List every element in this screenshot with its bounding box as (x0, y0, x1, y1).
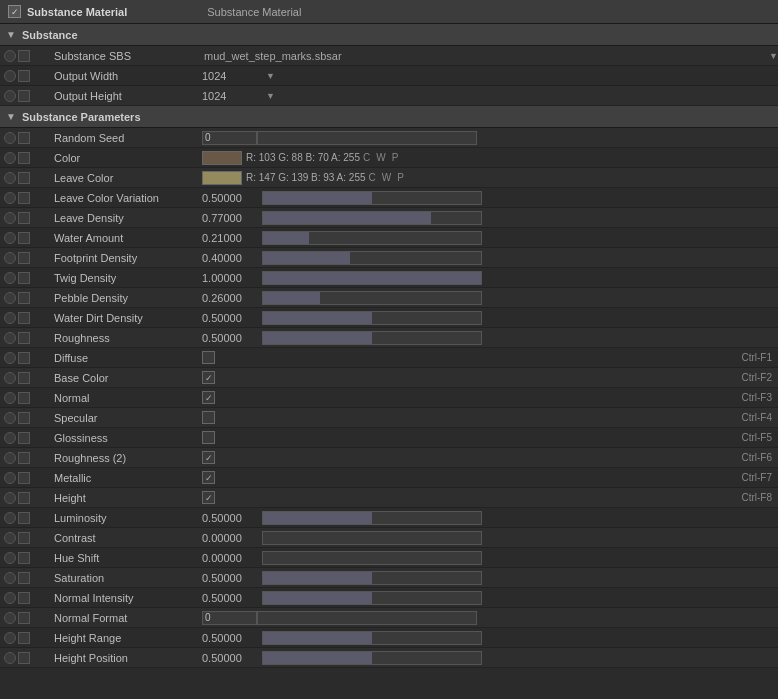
prop-value-output-width: 1024 ▼ (202, 70, 778, 82)
glossiness-checkbox[interactable] (202, 431, 215, 444)
td-slider[interactable] (262, 271, 482, 285)
sbs-value: mud_wet_step_marks.sbsar (202, 50, 765, 62)
output-width-dropdown-icon[interactable]: ▼ (266, 71, 275, 81)
color-c-button[interactable]: C (363, 152, 370, 163)
icon-circle-hs (4, 552, 16, 564)
random-seed-slider[interactable] (257, 131, 477, 145)
luminosity-slider[interactable] (262, 511, 482, 525)
wdd-slider[interactable] (262, 311, 482, 325)
roughness-slider[interactable] (262, 331, 482, 345)
pd-slider[interactable] (262, 291, 482, 305)
leave-color-swatch[interactable] (202, 171, 242, 185)
prop-row-color: Color R: 103 G: 88 B: 70 A: 255 C W P (0, 148, 778, 168)
metallic-checkbox[interactable] (202, 471, 215, 484)
normal-intensity-slider[interactable] (262, 591, 482, 605)
prop-name-roughness2: Roughness (2) (52, 452, 202, 464)
prop-name-color: Color (52, 152, 202, 164)
prop-name-hue-shift: Hue Shift (52, 552, 202, 564)
hue-shift-slider[interactable] (262, 551, 482, 565)
normal-format-slider[interactable] (257, 611, 477, 625)
prop-icons-luminosity (4, 512, 52, 524)
leave-color-w-button[interactable]: W (382, 172, 391, 183)
substance-params-section-header[interactable]: ▼ Substance Parameters (0, 106, 778, 128)
prop-value-luminosity: 0.50000 (202, 511, 778, 525)
prop-name-height-position: Height Position (52, 652, 202, 664)
leave-color-label: R: 147 G: 139 B: 93 A: 255 (246, 172, 366, 183)
prop-row-output-height: Output Height 1024 ▼ (0, 86, 778, 106)
icon-square-hr (18, 632, 30, 644)
diffuse-checkbox[interactable] (202, 351, 215, 364)
icon-square-fd (18, 252, 30, 264)
prop-name-roughness: Roughness (52, 332, 202, 344)
icon-circle (4, 50, 16, 62)
prop-row-leave-color: Leave Color R: 147 G: 139 B: 93 A: 255 C… (0, 168, 778, 188)
lcv-slider[interactable] (262, 191, 482, 205)
saturation-value: 0.50000 (202, 572, 262, 584)
wa-slider[interactable] (262, 231, 482, 245)
prop-value-normal: Ctrl-F3 (202, 391, 778, 404)
color-p-button[interactable]: P (392, 152, 399, 163)
contrast-slider[interactable] (262, 531, 482, 545)
prop-icons-height-range (4, 632, 52, 644)
icon-square-roughness (18, 332, 30, 344)
color-w-button[interactable]: W (376, 152, 385, 163)
ld-slider[interactable] (262, 211, 482, 225)
icon-circle-width (4, 70, 16, 82)
content-area: ▼ Substance Substance SBS mud_wet_step_m… (0, 24, 778, 699)
prop-value-random-seed (202, 131, 778, 145)
normal-checkbox[interactable] (202, 391, 215, 404)
substance-section-header[interactable]: ▼ Substance (0, 24, 778, 46)
prop-value-height-range: 0.50000 (202, 631, 778, 645)
prop-name-specular: Specular (52, 412, 202, 424)
sbs-dropdown-arrow-icon[interactable]: ▼ (769, 51, 778, 61)
saturation-slider[interactable] (262, 571, 482, 585)
prop-name-twig-density: Twig Density (52, 272, 202, 284)
prop-row-normal: Normal Ctrl-F3 (0, 388, 778, 408)
icon-square-height (18, 90, 30, 102)
color-label: R: 103 G: 88 B: 70 A: 255 (246, 152, 360, 163)
normal-format-input[interactable] (202, 611, 257, 625)
prop-value-td: 1.00000 (202, 271, 778, 285)
prop-value-color: R: 103 G: 88 B: 70 A: 255 C W P (202, 151, 778, 165)
icon-circle-height (4, 492, 16, 504)
prop-value-diffuse: Ctrl-F1 (202, 351, 778, 364)
random-seed-input[interactable] (202, 131, 257, 145)
td-value: 1.00000 (202, 272, 262, 284)
icon-square-contrast (18, 532, 30, 544)
icon-circle-lc (4, 172, 16, 184)
prop-row-height-range: Height Range 0.50000 (0, 628, 778, 648)
prop-row-leave-color-variation: Leave Color Variation 0.50000 (0, 188, 778, 208)
base-color-checkbox[interactable] (202, 371, 215, 384)
prop-icons-td (4, 272, 52, 284)
icon-square-ni (18, 592, 30, 604)
icon-square-ld (18, 212, 30, 224)
fd-slider[interactable] (262, 251, 482, 265)
leave-color-p-button[interactable]: P (397, 172, 404, 183)
prop-icons-contrast (4, 532, 52, 544)
icon-circle-ld (4, 212, 16, 224)
output-height-dropdown-icon[interactable]: ▼ (266, 91, 275, 101)
height-range-slider[interactable] (262, 631, 482, 645)
title-bar-checkbox[interactable]: ✓ (8, 5, 21, 18)
icon-square-metallic (18, 472, 30, 484)
prop-value-metallic: Ctrl-F7 (202, 471, 778, 484)
color-swatch[interactable] (202, 151, 242, 165)
prop-value-ld: 0.77000 (202, 211, 778, 225)
icon-square-nf (18, 612, 30, 624)
prop-row-pebble-density: Pebble Density 0.26000 (0, 288, 778, 308)
icon-circle-height (4, 90, 16, 102)
height-checkbox[interactable] (202, 491, 215, 504)
height-position-slider[interactable] (262, 651, 482, 665)
prop-icons-normal-intensity (4, 592, 52, 604)
prop-icons (4, 50, 52, 62)
specular-checkbox[interactable] (202, 411, 215, 424)
roughness2-checkbox[interactable] (202, 451, 215, 464)
title-bar-sub-title: Substance Material (207, 6, 301, 18)
icon-circle-fd (4, 252, 16, 264)
prop-row-height: Height Ctrl-F8 (0, 488, 778, 508)
leave-color-c-button[interactable]: C (369, 172, 376, 183)
prop-icons-fd (4, 252, 52, 264)
prop-value-normal-format (202, 611, 778, 625)
roughness2-shortcut: Ctrl-F6 (741, 452, 778, 463)
icon-circle-specular (4, 412, 16, 424)
